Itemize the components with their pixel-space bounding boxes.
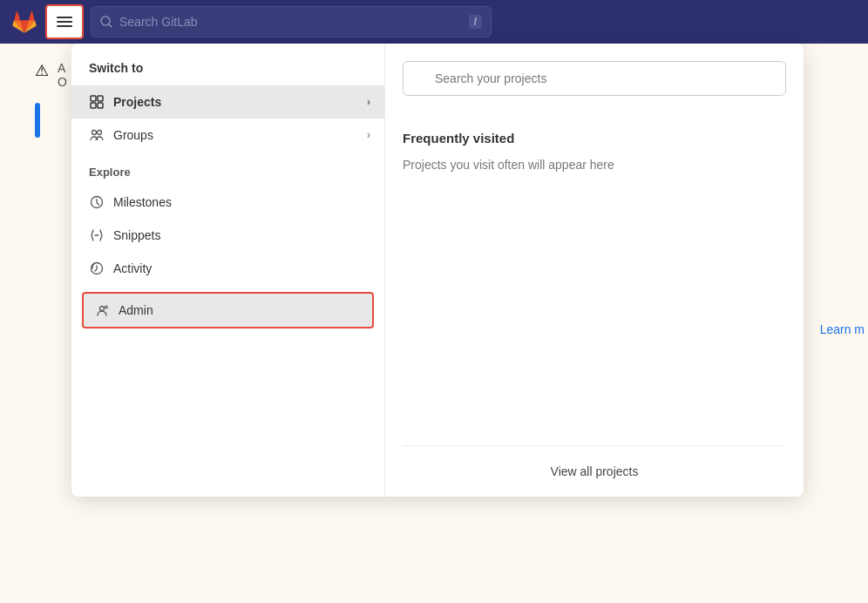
activity-icon — [89, 261, 105, 276]
right-panel: Frequently visited Projects you visit of… — [385, 44, 804, 497]
svg-rect-5 — [98, 96, 103, 101]
search-projects-wrapper — [403, 61, 786, 113]
search-projects-input[interactable] — [403, 61, 786, 96]
navbar: / — [0, 0, 868, 44]
right-panel-footer: View all projects — [403, 445, 786, 479]
alert-text-short: A — [58, 61, 67, 75]
activity-label: Activity — [113, 261, 152, 275]
svg-point-12 — [100, 307, 105, 311]
admin-item-wrapper: Admin — [82, 292, 374, 329]
svg-point-8 — [92, 131, 97, 135]
projects-chevron: › — [367, 96, 370, 108]
snippets-icon — [89, 227, 105, 243]
menu-item-milestones[interactable]: Milestones — [71, 186, 384, 219]
blue-bar-decoration — [35, 103, 40, 138]
frequently-visited-label: Frequently visited — [403, 131, 786, 146]
alert-icon: ⚠ — [35, 61, 49, 80]
menu-item-activity[interactable]: Activity — [71, 252, 384, 285]
frequently-visited-empty: Projects you visit often will appear her… — [403, 158, 786, 172]
svg-rect-2 — [57, 25, 72, 27]
milestones-icon — [89, 194, 105, 210]
slash-shortcut: / — [469, 15, 482, 29]
gitlab-logo[interactable] — [10, 8, 38, 36]
dropdown-menu: Switch to Projects › — [71, 44, 804, 497]
svg-point-9 — [98, 131, 102, 135]
admin-icon — [94, 302, 110, 318]
projects-label: Projects — [113, 95, 161, 109]
projects-icon — [89, 94, 105, 110]
svg-rect-4 — [91, 96, 96, 101]
groups-chevron: › — [367, 129, 370, 141]
menu-item-snippets[interactable]: Snippets — [71, 219, 384, 252]
alert-text-detail: O — [58, 75, 67, 89]
switch-to-label: Switch to — [71, 61, 384, 85]
navbar-search-bar[interactable]: / — [91, 6, 492, 37]
menu-item-groups[interactable]: Groups › — [71, 119, 384, 152]
left-panel: Switch to Projects › — [71, 44, 385, 497]
svg-rect-0 — [57, 17, 72, 18]
svg-rect-1 — [57, 21, 72, 23]
explore-label: Explore — [71, 152, 384, 186]
admin-label: Admin — [119, 303, 153, 317]
learn-more-background: Learn m — [820, 322, 868, 336]
svg-rect-7 — [98, 103, 103, 108]
svg-rect-6 — [91, 103, 96, 108]
view-all-projects-link[interactable]: View all projects — [551, 464, 639, 478]
menu-item-projects[interactable]: Projects › — [71, 85, 384, 119]
search-input[interactable] — [119, 15, 462, 29]
snippets-label: Snippets — [113, 228, 160, 242]
groups-icon — [89, 127, 105, 143]
groups-label: Groups — [113, 128, 153, 142]
search-icon — [100, 16, 112, 28]
milestones-label: Milestones — [113, 195, 172, 209]
menu-button[interactable] — [45, 4, 84, 39]
menu-item-admin[interactable]: Admin — [84, 294, 372, 327]
